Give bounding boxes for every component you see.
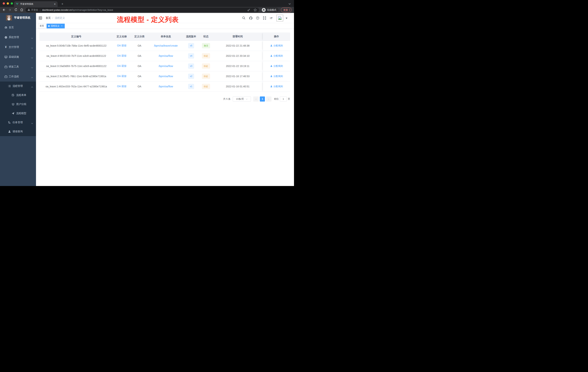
page-size-select[interactable]: 10条/页	[233, 97, 251, 101]
sidebar-item-label: 系统管理	[9, 36, 19, 39]
svg-text:?: ?	[257, 17, 258, 19]
table-row: oa_leave:3:1fad3d93-7b75-11ec-a3c8-acde4…	[40, 61, 290, 71]
assign-rule-link[interactable]: 分配规则	[270, 75, 283, 78]
font-size-icon[interactable]: TT	[270, 17, 273, 20]
bookmark-star-icon[interactable]	[254, 8, 257, 12]
tag-process-definition[interactable]: 流程定义 ×	[47, 24, 65, 28]
goto-page-input[interactable]	[280, 97, 287, 101]
help-question-icon[interactable]: ?	[256, 16, 260, 20]
chevron-up-icon	[31, 76, 33, 79]
cell-category: OA	[130, 61, 148, 71]
form-info-link[interactable]: /bpm/oa/flow	[158, 75, 173, 78]
cell-definition-id: oa_leave:3:1fad3d93-7b75-11ec-a3c8-acde4…	[40, 61, 113, 71]
col-header-status: 状态	[199, 33, 213, 41]
current-page-button[interactable]: 1	[260, 97, 265, 101]
window-zoom-button[interactable]	[11, 2, 13, 5]
cell-deploy-time: 2022-01-16 17:46:53	[213, 71, 263, 81]
version-badge: v1	[188, 84, 194, 89]
sidebar-toggle-hamburger-icon[interactable]	[38, 16, 42, 20]
assign-rule-link[interactable]: 分配规则	[270, 85, 283, 88]
brand-logo-avatar	[6, 15, 12, 21]
definition-name-link[interactable]: OA 请假	[117, 85, 126, 88]
sidebar-item-infrastructure[interactable]: 基础设施	[0, 52, 36, 62]
sidebar-item-label: 流程表单	[16, 94, 26, 97]
page-size-value: 10条/页	[236, 97, 244, 101]
reload-icon[interactable]	[14, 8, 18, 12]
sidebar-item-process-model[interactable]: 流程模型	[0, 109, 36, 118]
main-area: 首页 / 流程定义 流程模型 - 定义列表 ? TT	[36, 13, 294, 186]
cell-category: OA	[130, 71, 148, 81]
assign-rule-link[interactable]: 分配规则	[270, 44, 283, 47]
sidebar-item-label: 支付管理	[9, 45, 19, 49]
breadcrumb-home[interactable]: 首页	[46, 16, 51, 20]
not-secure-warning-icon	[28, 9, 30, 11]
cell-category: OA	[130, 51, 148, 61]
status-badge: 挂起	[202, 64, 210, 69]
prev-page-button[interactable]: ‹	[253, 97, 259, 101]
new-tab-button[interactable]: +	[60, 2, 65, 6]
tab-close-icon[interactable]: ✕	[54, 3, 56, 5]
col-header-definition-name: 定义名称	[113, 33, 130, 41]
dashboard-icon	[4, 26, 8, 29]
form-info-link[interactable]: /bpm/oa/flow	[158, 85, 173, 88]
tab-search-chevron-icon[interactable]	[289, 2, 291, 5]
task-tree-icon	[8, 121, 11, 124]
browser-toolbar: 不安全 | dashboard.yudao.iocoder.cn/bpm/man…	[0, 7, 294, 13]
github-icon[interactable]	[249, 16, 252, 20]
sidebar-item-workflow[interactable]: 工作流程	[0, 72, 36, 82]
browser-tab[interactable]: 芋道管理系统 ✕	[14, 1, 58, 7]
form-info-link[interactable]: /bpm/oa/flow	[158, 55, 173, 57]
update-button[interactable]: 更新	[281, 8, 292, 12]
chevron-up-icon	[31, 85, 33, 88]
goto-page-group: 前往 页	[274, 97, 290, 101]
tag-close-icon[interactable]: ×	[61, 25, 63, 27]
app-root: 芋道管理系统 首页 系统管理 ¥ 支付管理	[0, 13, 294, 186]
fullscreen-icon[interactable]	[263, 16, 266, 20]
search-icon[interactable]	[242, 16, 246, 20]
user-icon	[270, 55, 273, 57]
form-info-link[interactable]: /bpm/oa/leave/create	[154, 44, 178, 47]
cell-deploy-time: 2022-01-22 19:19:11	[213, 61, 263, 71]
password-key-icon[interactable]	[247, 8, 250, 12]
definition-name-link[interactable]: OA 请假	[117, 54, 126, 57]
back-icon[interactable]	[2, 8, 6, 12]
window-close-button[interactable]	[3, 2, 5, 5]
sidebar-item-payment[interactable]: ¥ 支付管理	[0, 42, 36, 52]
sidebar-item-system[interactable]: 系统管理	[0, 33, 36, 42]
address-bar[interactable]: 不安全 | dashboard.yudao.iocoder.cn/bpm/man…	[25, 8, 259, 12]
brand-title: 芋道管理系统	[14, 16, 30, 20]
table-row: oa_leave:2:3c1f0ef1-76b1-11ec-9c66-a2380…	[40, 71, 290, 81]
user-icon	[270, 65, 273, 67]
next-page-button[interactable]: ›	[266, 97, 272, 101]
sidebar-item-home[interactable]: 首页	[0, 22, 36, 33]
sidebar-item-leave-query[interactable]: 请假查询	[0, 127, 36, 136]
chevron-down-icon	[31, 56, 33, 59]
sidebar-item-task-mgmt[interactable]: 任务管理	[0, 118, 36, 127]
sidebar-item-process-form[interactable]: 流程表单	[0, 91, 36, 100]
brand[interactable]: 芋道管理系统	[0, 13, 36, 22]
definition-name-link[interactable]: OA 请假	[117, 75, 126, 77]
security-label[interactable]: 不安全	[31, 8, 38, 12]
definition-name-link[interactable]: OA 请假	[117, 44, 126, 47]
definition-name-link[interactable]: OA 请假	[117, 65, 126, 67]
form-info-link[interactable]: /bpm/oa/flow	[158, 65, 173, 67]
process-list-icon	[8, 85, 11, 88]
assign-rule-link[interactable]: 分配规则	[270, 54, 283, 57]
definition-table: 定义编号 定义名称 定义分类 表单信息 流程版本 状态 部署时间 操作 oa_l	[40, 33, 290, 92]
page-header: 首页 / 流程定义 流程模型 - 定义列表 ? TT	[36, 13, 294, 23]
tag-home[interactable]: 首页	[38, 24, 46, 28]
forward-icon[interactable]	[8, 8, 12, 12]
yen-icon: ¥	[4, 45, 8, 49]
sidebar-item-process-mgmt[interactable]: 流程管理	[0, 82, 36, 91]
window-minimize-button[interactable]	[7, 2, 9, 5]
avatar-caret-icon[interactable]	[286, 16, 287, 20]
assign-rule-link[interactable]: 分配规则	[270, 65, 283, 68]
sidebar-item-devtools[interactable]: 研发工具	[0, 62, 36, 72]
pagination: 共 5 条 10条/页 ‹ 1 › 前往 页	[40, 97, 290, 101]
home-icon[interactable]	[20, 8, 24, 12]
sidebar-item-label: 任务管理	[12, 121, 23, 124]
avatar[interactable]	[276, 15, 283, 22]
favicon-sprout-icon	[16, 2, 19, 6]
browser-menu-icon[interactable]	[289, 9, 290, 11]
sidebar-item-user-group[interactable]: 用户分组	[0, 100, 36, 109]
